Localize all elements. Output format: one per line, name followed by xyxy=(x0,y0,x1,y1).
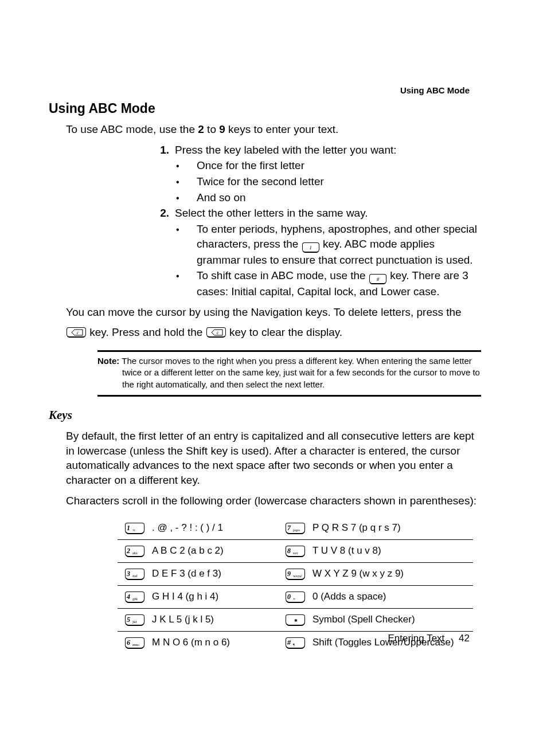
key-8-icon: 8tuv xyxy=(286,546,305,557)
key-chars: T U V 8 (t u v 8) xyxy=(312,545,473,558)
key-1-icon: 1 xyxy=(302,242,319,253)
page-number: 42 xyxy=(459,633,470,644)
key-chars: W X Y Z 9 (w x y z 9) xyxy=(312,567,473,581)
key-1-icon: 1∞ xyxy=(125,523,144,534)
step-2: 2.Select the other letters in the same w… xyxy=(175,206,481,221)
key-chars: 0 (Adds a space) xyxy=(312,590,473,604)
bullet-text: And so on xyxy=(197,191,246,203)
intro-key-9: 9 xyxy=(219,123,225,135)
key-chars: G H I 4 (g h i 4) xyxy=(152,590,278,604)
key-chars: J K L 5 (j k l 5) xyxy=(152,613,278,626)
keys-paragraph-2: Characters scroll in the following order… xyxy=(66,493,481,508)
para-post: key to clear the display. xyxy=(226,326,342,338)
heading-keys: Keys xyxy=(49,407,481,423)
list-item: •Twice for the second letter xyxy=(197,174,481,189)
clear-key-icon: c xyxy=(206,327,226,338)
note-text: The cursor moves to the right when you p… xyxy=(119,356,480,389)
table-row: 5jkl J K L 5 (j k l 5) ✱ Symbol (Spell C… xyxy=(118,609,473,632)
page-footer: Entering Text 42 xyxy=(388,632,470,645)
cursor-paragraph: You can move the cursor by using the Nav… xyxy=(66,305,481,320)
key-star-icon: ✱ xyxy=(286,614,305,626)
note-rule-bottom xyxy=(97,395,481,397)
bullet-text: Twice for the second letter xyxy=(197,175,324,187)
step-text: Select the other letters in the same way… xyxy=(175,207,368,219)
key-chars: P Q R S 7 (p q r s 7) xyxy=(312,522,473,535)
clear-key-icon: c xyxy=(67,327,86,338)
list-item: •And so on xyxy=(197,190,481,205)
para-text: You can move the cursor by using the Nav… xyxy=(66,306,462,318)
page-content: Using ABC Mode To use ABC mode, use the … xyxy=(0,0,547,654)
key-3-icon: 3def xyxy=(125,569,144,580)
key-chars: M N O 6 (m n o 6) xyxy=(152,636,278,649)
svg-text:c: c xyxy=(77,330,79,335)
table-row: 4ghi G H I 4 (g h i 4) 0± 0 (Adds a spac… xyxy=(118,586,473,609)
cursor-paragraph-line2: c key. Press and hold the c key to clear… xyxy=(106,325,481,340)
bullet-icon: • xyxy=(186,192,192,205)
step-number: 1. xyxy=(155,143,169,158)
bullet-text: To shift case in ABC mode, use the xyxy=(197,269,369,281)
note-label: Note: xyxy=(97,356,119,366)
step-number: 2. xyxy=(155,206,169,221)
bullet-icon: • xyxy=(186,160,192,173)
list-item: •To enter periods, hyphens, apostrophes,… xyxy=(197,222,481,267)
intro-paragraph: To use ABC mode, use the 2 to 9 keys to … xyxy=(66,122,481,137)
key-2-icon: 2abc xyxy=(125,546,144,557)
key-5-icon: 5jkl xyxy=(125,614,144,626)
key-hash-icon: #¶ xyxy=(286,637,305,649)
svg-text:c: c xyxy=(217,330,219,335)
bullet-text: Once for the first letter xyxy=(197,159,304,171)
running-header: Using ABC Mode xyxy=(400,85,470,96)
note: Note: The cursor moves to the right when… xyxy=(122,355,481,390)
bullet-icon: • xyxy=(186,270,192,283)
para-mid: key. Press and hold the xyxy=(87,326,206,338)
key-0-icon: 0± xyxy=(286,592,305,603)
key-chars: D E F 3 (d e f 3) xyxy=(152,567,278,581)
key-chars: A B C 2 (a b c 2) xyxy=(152,545,278,558)
key-9-icon: 9wxyz xyxy=(286,569,305,580)
step-2-bullets: •To enter periods, hyphens, apostrophes,… xyxy=(197,222,481,299)
intro-mid: to xyxy=(204,123,219,135)
footer-section: Entering Text xyxy=(388,633,444,644)
step-text: Press the key labeled with the letter yo… xyxy=(175,144,397,156)
table-row: 3def D E F 3 (d e f 3) 9wxyz W X Y Z 9 (… xyxy=(118,563,473,586)
intro-key-2: 2 xyxy=(198,123,204,135)
bullet-icon: • xyxy=(186,224,192,236)
key-chars: . @ , - ? ! : ( ) / 1 xyxy=(152,522,278,535)
key-hash-icon: # xyxy=(369,274,386,284)
intro-text: To use ABC mode, use the xyxy=(66,123,198,135)
step-1: 1.Press the key labeled with the letter … xyxy=(175,143,481,158)
list-item: •To shift case in ABC mode, use the # ke… xyxy=(197,268,481,299)
note-rule-top xyxy=(97,350,481,352)
bullet-icon: • xyxy=(186,176,192,189)
list-item: •Once for the first letter xyxy=(197,158,481,173)
table-row: 1∞ . @ , - ? ! : ( ) / 1 7pqrs P Q R S 7… xyxy=(118,517,473,540)
key-chars: Symbol (Spell Checker) xyxy=(312,613,473,626)
table-row: 2abc A B C 2 (a b c 2) 8tuv T U V 8 (t u… xyxy=(118,540,473,563)
key-7-icon: 7pqrs xyxy=(286,523,305,534)
key-6-icon: 6mno xyxy=(125,637,144,649)
step-1-bullets: •Once for the first letter •Twice for th… xyxy=(197,158,481,205)
heading-using-abc-mode: Using ABC Mode xyxy=(49,100,481,117)
keys-paragraph-1: By default, the first letter of an entry… xyxy=(66,429,481,488)
key-4-icon: 4ghi xyxy=(125,592,144,603)
intro-post: keys to enter your text. xyxy=(225,123,338,135)
